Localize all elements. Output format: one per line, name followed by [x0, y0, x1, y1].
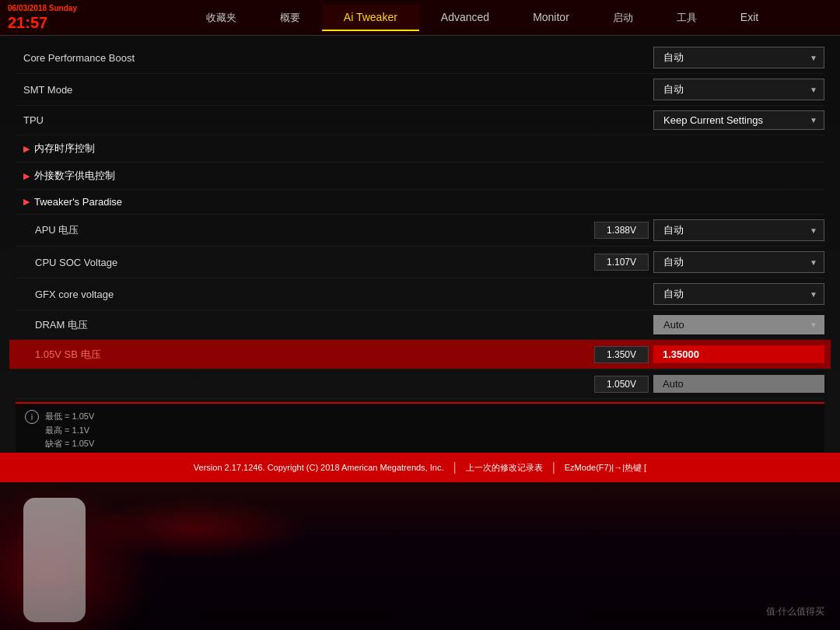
gfx-core-voltage-label: GFX core voltage — [16, 289, 296, 300]
external-digital-section[interactable]: ▶ 外接数字供电控制 — [16, 163, 824, 190]
sb-voltage-input[interactable]: 1.35000 — [653, 345, 824, 363]
divider1: | — [453, 460, 456, 474]
apu-voltage-badge: 1.388V — [594, 222, 649, 239]
last-row-voltage-badge: 1.050V — [594, 376, 649, 393]
nav-exit[interactable]: Exit — [719, 5, 780, 31]
tpu-value-group: Keep Current Settings — [653, 110, 824, 130]
dram-voltage-row: DRAM 电压 Auto — [16, 310, 824, 340]
version-text: Version 2.17.1246. Copyright (C) 2018 Am… — [194, 463, 444, 472]
last-modified-text: 上一次的修改记录表 — [466, 462, 543, 474]
ez-mode-text[interactable]: EzMode(F7)|→| — [565, 463, 625, 472]
cpu-soc-voltage-badge: 1.107V — [594, 254, 649, 271]
core-performance-boost-dropdown[interactable]: 自动 — [653, 47, 824, 68]
apu-voltage-row: APU 电压 1.388V 自动 — [16, 215, 824, 247]
apu-voltage-value: 自动 — [663, 223, 684, 237]
cpu-soc-voltage-value-group: 1.107V 自动 — [594, 251, 824, 273]
cpu-soc-voltage-label: CPU SOC Voltage — [16, 257, 296, 268]
dram-voltage-dropdown[interactable]: Auto — [653, 315, 824, 334]
cpu-soc-voltage-value: 自动 — [663, 255, 684, 269]
smt-mode-value-group: 自动 — [653, 79, 824, 100]
tweakers-paradise-label: Tweaker's Paradise — [34, 196, 122, 208]
content-area: Core Performance Boost 自动 SMT Mode 自动 — [0, 36, 840, 482]
apu-voltage-value-group: 1.388V 自动 — [594, 219, 824, 241]
sb-voltage-row: 1.05V SB 电压 1.350V 1.35000 — [9, 340, 831, 369]
datetime: 06/03/2018 Sunday 21:57 — [8, 4, 132, 32]
smt-mode-row: SMT Mode 自动 — [16, 74, 824, 106]
top-bar: 06/03/2018 Sunday 21:57 收藏夹 概要 Ai Tweake… — [0, 0, 840, 36]
apu-voltage-label: APU 电压 — [16, 223, 296, 237]
info-icon: i — [25, 410, 39, 424]
sb-voltage-label: 1.05V SB 电压 — [16, 348, 296, 362]
memory-timing-label: 内存时序控制 — [34, 142, 95, 156]
nav-ai-tweaker[interactable]: Ai Tweaker — [322, 5, 419, 31]
nav-monitor[interactable]: Monitor — [511, 5, 591, 31]
sb-voltage-value-group: 1.350V 1.35000 — [594, 345, 824, 363]
memory-timing-section[interactable]: ▶ 内存时序控制 — [16, 135, 824, 163]
info-line-2: 最高 = 1.1V — [45, 424, 815, 438]
divider2: | — [552, 460, 555, 474]
external-digital-arrow: ▶ — [23, 171, 30, 181]
last-row-input[interactable]: Auto — [653, 375, 824, 393]
date-display: 06/03/2018 Sunday — [8, 4, 132, 13]
sb-voltage-value: 1.35000 — [663, 348, 699, 360]
core-performance-boost-value-group: 自动 — [653, 47, 824, 68]
nav-favorites[interactable]: 收藏夹 — [184, 5, 258, 31]
time-display: 21:57 — [8, 13, 132, 32]
bottom-bar: Version 2.17.1246. Copyright (C) 2018 Am… — [0, 453, 840, 482]
tpu-dropdown[interactable]: Keep Current Settings — [653, 110, 824, 130]
hot-key-text: 热键 [ — [625, 462, 646, 474]
gfx-core-voltage-dropdown[interactable]: 自动 — [653, 283, 824, 305]
external-digital-label: 外接数字供电控制 — [34, 169, 115, 183]
nav-boot[interactable]: 启动 — [591, 5, 655, 31]
remote-control — [23, 498, 86, 622]
gfx-core-voltage-value: 自动 — [663, 287, 684, 301]
bios-screen: 06/03/2018 Sunday 21:57 收藏夹 概要 Ai Tweake… — [0, 0, 840, 482]
info-line-3: 缺省 = 1.05V — [45, 437, 815, 451]
dram-voltage-label: DRAM 电压 — [16, 318, 296, 332]
dram-voltage-value-group: Auto — [653, 315, 824, 334]
memory-timing-arrow: ▶ — [23, 144, 30, 154]
tweakers-paradise-section[interactable]: ▶ Tweaker's Paradise — [16, 190, 824, 215]
tweakers-paradise-arrow: ▶ — [23, 197, 30, 207]
cpu-soc-voltage-dropdown[interactable]: 自动 — [653, 251, 824, 273]
main-content: Core Performance Boost 自动 SMT Mode 自动 — [0, 36, 840, 482]
last-row-value: Auto — [663, 378, 684, 390]
core-performance-boost-label: Core Performance Boost — [16, 52, 296, 64]
info-line-1: 最低 = 1.05V — [45, 410, 815, 424]
gfx-core-voltage-row: GFX core voltage 自动 — [16, 278, 824, 310]
core-performance-boost-row: Core Performance Boost 自动 — [16, 42, 824, 74]
nav-tools[interactable]: 工具 — [655, 5, 719, 31]
gfx-core-voltage-value-group: 自动 — [653, 283, 824, 305]
watermark: 值·什么值得买 — [766, 605, 824, 618]
physical-area: 值·什么值得买 — [0, 482, 840, 630]
tpu-value: Keep Current Settings — [663, 114, 763, 126]
last-row-value-group: 1.050V Auto — [594, 375, 824, 393]
cpu-soc-voltage-row: CPU SOC Voltage 1.107V 自动 — [16, 247, 824, 278]
last-row: 1.050V Auto — [16, 369, 824, 399]
smt-mode-label: SMT Mode — [16, 84, 296, 96]
core-performance-boost-value: 自动 — [663, 51, 684, 65]
apu-voltage-dropdown[interactable]: 自动 — [653, 219, 824, 241]
nav-advanced[interactable]: Advanced — [419, 5, 511, 31]
tpu-label: TPU — [16, 114, 296, 126]
nav-overview[interactable]: 概要 — [258, 5, 322, 31]
smt-mode-dropdown[interactable]: 自动 — [653, 79, 824, 100]
tpu-row: TPU Keep Current Settings — [16, 106, 824, 135]
smt-mode-value: 自动 — [663, 82, 684, 96]
sb-voltage-badge: 1.350V — [594, 346, 649, 363]
dram-voltage-value: Auto — [663, 319, 684, 331]
nav-menu: 收藏夹 概要 Ai Tweaker Advanced Monitor 启动 工具… — [132, 5, 832, 31]
